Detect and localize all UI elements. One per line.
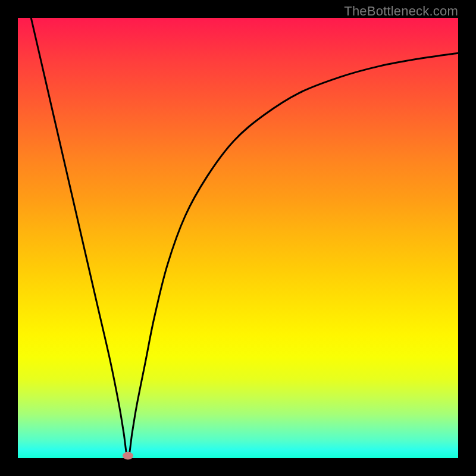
- curve-svg: [18, 18, 458, 458]
- optimum-marker: [123, 452, 133, 460]
- bottleneck-curve: [31, 18, 458, 458]
- plot-area: [18, 18, 458, 458]
- watermark-text: TheBottleneck.com: [344, 4, 458, 19]
- chart-container: TheBottleneck.com: [0, 0, 476, 476]
